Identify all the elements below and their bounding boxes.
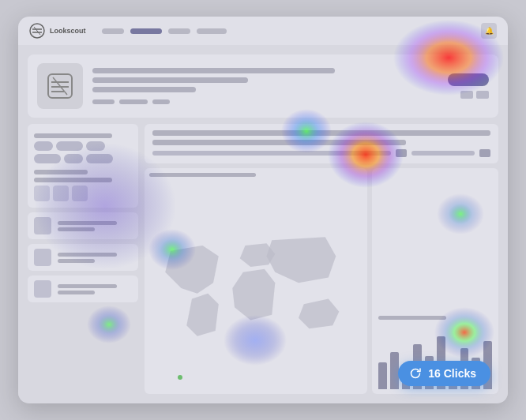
top-nav-bar: Lookscout 🔔 xyxy=(18,17,508,45)
content-area xyxy=(18,45,508,403)
tag-6[interactable] xyxy=(86,154,113,163)
hero-info xyxy=(92,68,438,104)
clicks-badge[interactable]: 16 Clicks xyxy=(398,361,490,386)
svg-line-3 xyxy=(34,27,40,35)
hero-tag-2 xyxy=(119,99,148,104)
list-thumb-3 xyxy=(34,280,51,298)
bar-chart-label xyxy=(378,316,446,320)
tag-2[interactable] xyxy=(56,141,83,151)
list-bar-1b xyxy=(58,227,95,231)
ctrl-bar-2 xyxy=(411,151,475,156)
lookscout-logo-icon xyxy=(29,23,45,39)
stats-card xyxy=(145,124,498,163)
logo-text: Lookscout xyxy=(50,27,86,35)
map-marker-1 xyxy=(178,375,182,380)
sidebar-icon-row xyxy=(34,186,132,201)
list-item-2[interactable] xyxy=(28,244,138,271)
sidebar-icon-3[interactable] xyxy=(72,186,88,201)
sidebar-icon-1[interactable] xyxy=(34,186,50,201)
hero-section xyxy=(28,54,498,118)
tag-1[interactable] xyxy=(34,141,53,151)
hero-logo-box xyxy=(37,63,83,109)
hero-primary-button[interactable] xyxy=(448,73,489,86)
hero-action-icon-1[interactable] xyxy=(460,91,473,99)
hero-subtitle-bar xyxy=(92,77,248,83)
hero-tag-3 xyxy=(152,99,170,104)
sidebar-tags-card xyxy=(28,124,138,208)
bar-2 xyxy=(390,352,399,389)
list-bar-2b xyxy=(58,259,95,263)
map-label xyxy=(149,173,256,177)
bottom-row xyxy=(28,124,498,394)
stats-bar-1 xyxy=(152,130,490,136)
list-text-1 xyxy=(58,221,132,231)
tag-4[interactable] xyxy=(34,154,61,163)
hero-tag-1 xyxy=(92,99,115,104)
nav-pill-1[interactable] xyxy=(102,28,124,34)
list-item-1[interactable] xyxy=(28,212,138,239)
logo-area: Lookscout xyxy=(29,23,86,39)
list-text-3 xyxy=(58,284,132,294)
hero-meta-bar xyxy=(92,87,196,92)
list-bar-3a xyxy=(58,284,117,288)
refresh-icon xyxy=(409,367,422,380)
tag-3[interactable] xyxy=(86,141,105,151)
stats-bar-2 xyxy=(152,140,406,145)
world-map xyxy=(149,180,363,394)
list-bar-1a xyxy=(58,221,117,225)
clicks-label: 16 Clicks xyxy=(428,367,476,380)
nav-pills xyxy=(102,28,227,34)
sidebar-bar-1 xyxy=(34,170,88,174)
ctrl-icon-2[interactable] xyxy=(479,149,490,157)
hero-action-icon-2[interactable] xyxy=(476,91,489,99)
bar-1 xyxy=(378,362,387,389)
nav-pill-4[interactable] xyxy=(197,28,227,34)
list-thumb-1 xyxy=(34,217,51,234)
ctrl-icon-1[interactable] xyxy=(396,149,407,157)
sidebar-tag-row xyxy=(34,141,132,163)
list-text-2 xyxy=(58,253,132,263)
sidebar-title-bar xyxy=(34,133,112,138)
map-card xyxy=(145,168,367,394)
main-window: Lookscout 🔔 xyxy=(18,17,508,403)
list-bar-2a xyxy=(58,253,117,257)
left-sidebar xyxy=(28,124,138,394)
ctrl-bar-1 xyxy=(152,151,391,156)
bell-icon: 🔔 xyxy=(485,27,494,35)
hero-title-bar xyxy=(92,68,335,73)
sidebar-icon-2[interactable] xyxy=(53,186,69,201)
list-item-3[interactable] xyxy=(28,276,138,302)
list-thumb-2 xyxy=(34,249,51,266)
controls-row xyxy=(152,149,490,157)
list-bar-3b xyxy=(58,291,95,294)
tag-5[interactable] xyxy=(64,154,83,163)
nav-pill-3[interactable] xyxy=(168,28,190,34)
nav-pill-2[interactable] xyxy=(130,28,162,34)
hero-brand-icon xyxy=(47,73,73,99)
right-main xyxy=(145,124,498,394)
sidebar-bar-2 xyxy=(34,178,112,182)
hero-actions xyxy=(448,73,489,99)
notification-bell[interactable]: 🔔 xyxy=(481,23,497,39)
